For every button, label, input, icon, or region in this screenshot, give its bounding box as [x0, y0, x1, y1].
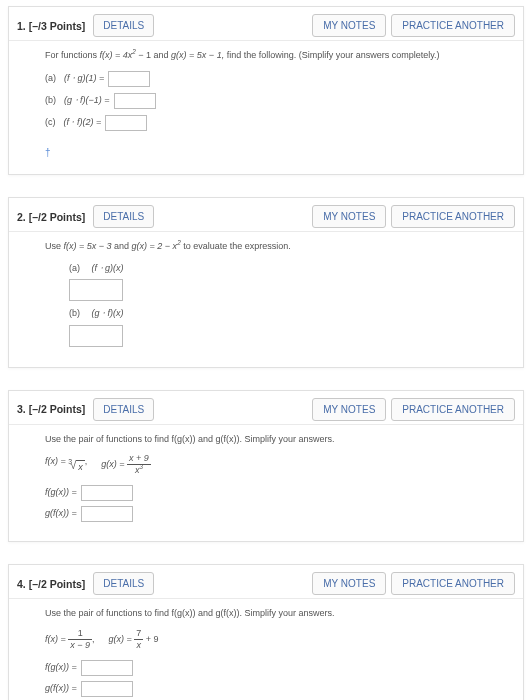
answer-input-1a[interactable] [108, 71, 150, 87]
question-4: 4. [–/2 Points] DETAILS MY NOTES PRACTIC… [8, 564, 524, 700]
part-b: (b) (g ⋅ f)(x) [69, 307, 515, 347]
answer-input-3a[interactable] [81, 485, 133, 501]
fraction: x + 9 x3 [127, 454, 151, 475]
details-button[interactable]: DETAILS [93, 572, 154, 595]
my-notes-button[interactable]: MY NOTES [312, 205, 386, 228]
question-1: 1. [–/3 Points] DETAILS MY NOTES PRACTIC… [8, 6, 524, 175]
part-expression: (g ⋅ f)(−1) = [64, 94, 110, 108]
answer-input-3b[interactable] [81, 506, 133, 522]
part-label: (b) [45, 94, 56, 108]
question-statement: Use the pair of functions to find f(g(x)… [45, 607, 515, 621]
practice-another-button[interactable]: PRACTICE ANOTHER [391, 572, 515, 595]
question-3: 3. [–/2 Points] DETAILS MY NOTES PRACTIC… [8, 390, 524, 543]
eval-fgx: f(g(x)) = [45, 485, 515, 501]
part-b: (b) (g ⋅ f)(−1) = [45, 93, 515, 109]
answer-input-2b[interactable] [69, 325, 123, 347]
question-number: 3. [–/2 Points] [17, 403, 85, 415]
question-2: 2. [–/2 Points] DETAILS MY NOTES PRACTIC… [8, 197, 524, 368]
question-header: 1. [–/3 Points] DETAILS MY NOTES PRACTIC… [9, 7, 523, 41]
question-statement: Use the pair of functions to find f(g(x)… [45, 433, 515, 447]
eval-fgx: f(g(x)) = [45, 660, 515, 676]
cube-root: 3 √ x [68, 460, 84, 475]
eval-lhs: f(g(x)) = [45, 661, 77, 675]
question-statement: Use f(x) = 5x − 3 and g(x) = 2 − x2 to e… [45, 240, 515, 254]
question-body: For functions f(x) = 4x2 − 1 and g(x) = … [9, 41, 523, 174]
question-header: 3. [–/2 Points] DETAILS MY NOTES PRACTIC… [9, 391, 523, 425]
my-notes-button[interactable]: MY NOTES [312, 14, 386, 37]
question-number: 4. [–/2 Points] [17, 578, 85, 590]
part-expression: (g ⋅ f)(x) [92, 308, 124, 318]
part-label: (c) [45, 116, 56, 130]
eval-lhs: f(g(x)) = [45, 486, 77, 500]
part-expression: (f ⋅ f)(2) = [64, 116, 102, 130]
part-label: (b) [69, 308, 80, 318]
my-notes-button[interactable]: MY NOTES [312, 398, 386, 421]
question-header: 4. [–/2 Points] DETAILS MY NOTES PRACTIC… [9, 565, 523, 599]
question-number: 1. [–/3 Points] [17, 20, 85, 32]
function-definitions: f(x) = 3 √ x , g(x) = x + 9 x3 [45, 454, 515, 475]
help-link[interactable]: † [45, 145, 51, 160]
fraction: 1 x − 9 [68, 629, 92, 650]
my-notes-button[interactable]: MY NOTES [312, 572, 386, 595]
eval-gfx: g(f(x)) = [45, 681, 515, 697]
function-definitions: f(x) = 1 x − 9 , g(x) = 7 x + 9 [45, 629, 515, 650]
details-button[interactable]: DETAILS [93, 205, 154, 228]
answer-input-4a[interactable] [81, 660, 133, 676]
question-body: Use the pair of functions to find f(g(x)… [9, 599, 523, 700]
question-statement: For functions f(x) = 4x2 − 1 and g(x) = … [45, 49, 515, 63]
fraction: 7 x [134, 629, 143, 650]
part-a: (a) (f ⋅ g)(x) [69, 262, 515, 302]
answer-input-1c[interactable] [105, 115, 147, 131]
part-a: (a) (f ⋅ g)(1) = [45, 71, 515, 87]
part-c: (c) (f ⋅ f)(2) = [45, 115, 515, 131]
answer-input-1b[interactable] [114, 93, 156, 109]
part-expression: (f ⋅ g)(x) [92, 263, 124, 273]
part-label: (a) [69, 263, 80, 273]
details-button[interactable]: DETAILS [93, 14, 154, 37]
eval-lhs: g(f(x)) = [45, 507, 77, 521]
question-header: 2. [–/2 Points] DETAILS MY NOTES PRACTIC… [9, 198, 523, 232]
eval-lhs: g(f(x)) = [45, 682, 77, 696]
part-expression: (f ⋅ g)(1) = [64, 72, 104, 86]
answer-input-4b[interactable] [81, 681, 133, 697]
question-number: 2. [–/2 Points] [17, 211, 85, 223]
eval-gfx: g(f(x)) = [45, 506, 515, 522]
answer-input-2a[interactable] [69, 279, 123, 301]
practice-another-button[interactable]: PRACTICE ANOTHER [391, 14, 515, 37]
question-body: Use f(x) = 5x − 3 and g(x) = 2 − x2 to e… [9, 232, 523, 367]
practice-another-button[interactable]: PRACTICE ANOTHER [391, 205, 515, 228]
part-label: (a) [45, 72, 56, 86]
details-button[interactable]: DETAILS [93, 398, 154, 421]
practice-another-button[interactable]: PRACTICE ANOTHER [391, 398, 515, 421]
question-body: Use the pair of functions to find f(g(x)… [9, 425, 523, 542]
